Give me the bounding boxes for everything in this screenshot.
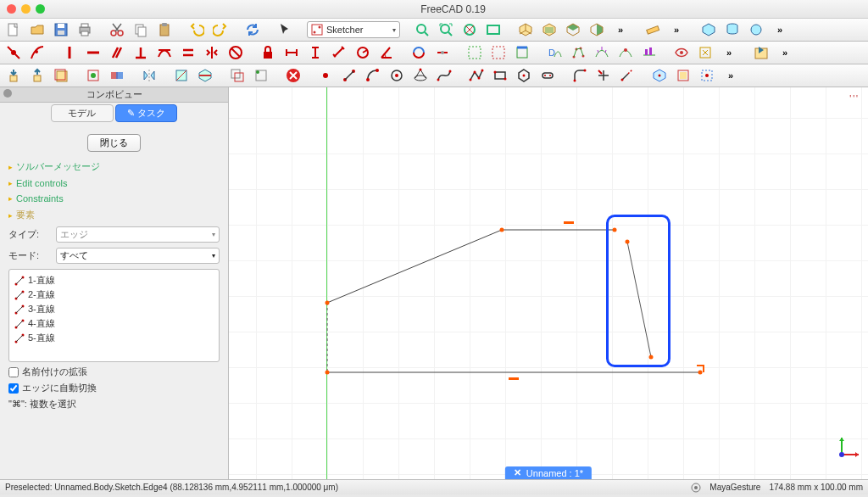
show-hide-icon[interactable]: [512, 43, 532, 62]
sk-polygon-icon[interactable]: [514, 66, 534, 85]
switch-space-icon[interactable]: [695, 43, 715, 62]
constr-coincident-icon[interactable]: [3, 43, 24, 62]
mirror-sketch-icon[interactable]: [139, 66, 159, 85]
section-solver[interactable]: ▸ソルバーメッセージ: [8, 160, 220, 173]
maximize-window-icon[interactable]: [36, 4, 45, 14]
constr-radius-icon[interactable]: [353, 43, 373, 62]
sk-line-icon[interactable]: [339, 66, 359, 85]
zoom-all-icon[interactable]: [436, 20, 456, 39]
constraints-more-icon[interactable]: »: [719, 43, 739, 62]
merge-icon[interactable]: [107, 66, 127, 85]
sk-construction-icon[interactable]: [697, 66, 717, 85]
virtual-space-icon[interactable]: [671, 43, 692, 62]
constr-vertical-icon[interactable]: [59, 43, 80, 62]
sk-circle-icon[interactable]: [387, 66, 407, 85]
sk-slot-icon[interactable]: [537, 66, 558, 85]
new-file-icon[interactable]: [3, 20, 24, 39]
constr-lock-icon[interactable]: [258, 43, 278, 62]
sk-extend-icon[interactable]: [617, 66, 637, 85]
constr-parallel-icon[interactable]: [107, 43, 127, 62]
sk-arc-icon[interactable]: [363, 66, 383, 85]
minimize-window-icon[interactable]: [21, 4, 31, 14]
constr-tangent-icon[interactable]: [154, 43, 175, 62]
document-tab[interactable]: ✕ Unnamed : 1*: [505, 466, 592, 479]
sk-carbon-icon[interactable]: [673, 66, 693, 85]
list-item[interactable]: 1-直線: [13, 273, 215, 288]
part-box-icon[interactable]: [698, 20, 719, 39]
section-edit[interactable]: ▸Edit controls: [8, 178, 220, 188]
bspline-degree-icon[interactable]: D: [544, 43, 565, 62]
list-item[interactable]: 5-直線: [13, 331, 215, 345]
bspline-poly-icon[interactable]: [568, 43, 588, 62]
external-geom-icon[interactable]: [251, 66, 271, 85]
bspline-knot-icon[interactable]: [615, 43, 636, 62]
map-sketch-icon[interactable]: [51, 66, 71, 85]
type-select[interactable]: エッジ▾: [56, 226, 220, 243]
list-item[interactable]: 4-直線: [13, 316, 215, 331]
constr-dist-icon[interactable]: [329, 43, 349, 62]
view-right-icon[interactable]: [587, 20, 607, 39]
constr-perp-icon[interactable]: [131, 43, 151, 62]
measure-more-icon[interactable]: »: [666, 20, 687, 39]
export-icon[interactable]: [27, 66, 47, 85]
view-top-icon[interactable]: [563, 20, 583, 39]
validate-icon[interactable]: [83, 66, 103, 85]
zoom-fit-icon[interactable]: [412, 20, 432, 39]
sk-point-icon[interactable]: [315, 66, 336, 85]
print-icon[interactable]: [75, 20, 95, 39]
list-item[interactable]: 2-直線: [13, 288, 215, 302]
view-iso-icon[interactable]: [515, 20, 536, 39]
status-nav[interactable]: MayaGesture: [709, 483, 760, 492]
mode-select[interactable]: すべて▾: [56, 248, 220, 264]
view-more-icon[interactable]: »: [610, 20, 631, 39]
sketch-more-icon[interactable]: »: [775, 43, 795, 62]
view-section-icon[interactable]: [195, 66, 215, 85]
sk-polyline-icon[interactable]: [466, 66, 487, 85]
constr-angle-icon[interactable]: [376, 43, 397, 62]
close-button[interactable]: 閉じる: [87, 134, 141, 152]
constr-active-icon[interactable]: [432, 43, 453, 62]
refresh-icon[interactable]: [242, 20, 263, 39]
redo-icon[interactable]: [210, 20, 231, 39]
bspline-weight-icon[interactable]: [639, 43, 659, 62]
cut-icon[interactable]: [107, 20, 127, 39]
paste-icon[interactable]: [154, 20, 175, 39]
shapes-more-icon[interactable]: »: [770, 20, 790, 39]
undo-icon[interactable]: [186, 20, 207, 39]
constr-toggle-icon[interactable]: [409, 43, 429, 62]
constr-vdist-icon[interactable]: [305, 43, 326, 62]
cursor-icon[interactable]: [275, 20, 295, 39]
constr-hdist-icon[interactable]: [281, 43, 302, 62]
leave-sketch-icon[interactable]: [751, 43, 771, 62]
stop-op-icon[interactable]: [283, 66, 303, 85]
open-file-icon[interactable]: [27, 20, 47, 39]
section-elements[interactable]: ▸要素: [8, 209, 220, 221]
bspline-comb-icon[interactable]: [592, 43, 612, 62]
chk-autoswitch[interactable]: エッジに自動切換: [8, 382, 220, 394]
save-icon[interactable]: [51, 20, 71, 39]
sk-external-icon[interactable]: [649, 66, 670, 85]
sk-trim-icon[interactable]: [593, 66, 614, 85]
view-sketch-icon[interactable]: [171, 66, 192, 85]
view-front-icon[interactable]: [539, 20, 559, 39]
select-constraints-icon[interactable]: [465, 43, 485, 62]
section-constraints[interactable]: ▸Constraints: [8, 193, 220, 204]
workbench-selector[interactable]: Sketcher ▾: [307, 21, 400, 38]
copy-icon[interactable]: [131, 20, 151, 39]
element-list[interactable]: 1-直線 2-直線 3-直線 4-直線 5-直線: [8, 269, 220, 362]
part-more-icon[interactable]: [746, 20, 766, 39]
constr-horizontal-icon[interactable]: [83, 43, 103, 62]
part-cyl-icon[interactable]: [722, 20, 743, 39]
select-associated-icon[interactable]: [488, 43, 509, 62]
import-icon[interactable]: [3, 66, 24, 85]
tab-task[interactable]: タスク: [115, 104, 178, 122]
constr-block-icon[interactable]: [225, 43, 246, 62]
bbox-icon[interactable]: [483, 20, 504, 39]
list-item[interactable]: 3-直線: [13, 302, 215, 316]
tab-close-icon[interactable]: ✕: [514, 467, 521, 478]
carbon-copy-icon[interactable]: [227, 66, 248, 85]
chk-naming[interactable]: 名前付けの拡張: [8, 366, 220, 378]
constr-equal-icon[interactable]: [178, 43, 198, 62]
constr-pointonline-icon[interactable]: [27, 43, 47, 62]
draw-style-icon[interactable]: [459, 20, 480, 39]
